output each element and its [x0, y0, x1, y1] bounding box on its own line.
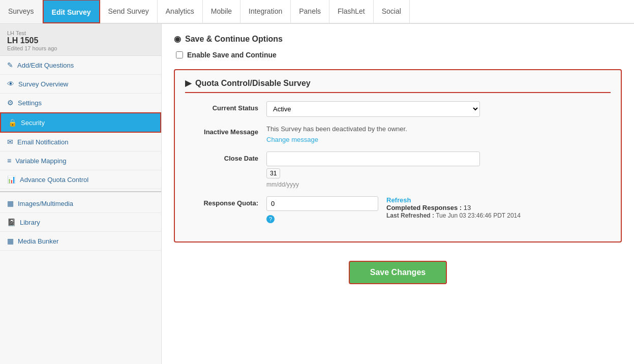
- lock-icon: 🔒: [8, 118, 17, 127]
- last-refreshed: Last Refreshed : Tue Jun 03 23:46:46 PDT…: [386, 212, 521, 219]
- eye-icon: 👁: [7, 80, 14, 88]
- survey-edited: Edited 17 hours ago: [7, 45, 154, 51]
- refresh-link[interactable]: Refresh: [386, 196, 411, 204]
- sidebar-divider: [0, 191, 161, 192]
- tab-analytics[interactable]: Analytics: [158, 0, 203, 23]
- save-continue-header: ◉ Save & Continue Options: [174, 34, 622, 44]
- library-icon: 📓: [7, 218, 16, 226]
- quota-box-title: Quota Control/Disable Survey: [195, 79, 311, 88]
- sidebar-label-email-notification: Email Notification: [17, 138, 68, 146]
- last-refreshed-value: Tue Jun 03 23:46:46 PDT 2014: [436, 212, 521, 219]
- quota-inner-row: ? Refresh Completed Responses : 13 La: [266, 196, 611, 223]
- chart-icon: 📊: [7, 175, 16, 184]
- quota-left: ?: [266, 196, 378, 223]
- tab-send-survey[interactable]: Send Survey: [100, 0, 158, 23]
- change-message-link[interactable]: Change message: [266, 136, 318, 143]
- close-date-label: Close Date: [185, 151, 266, 162]
- response-quota-label: Response Quota:: [185, 196, 266, 207]
- save-changes-button[interactable]: Save Changes: [349, 261, 447, 284]
- calendar-button[interactable]: 31: [266, 168, 280, 178]
- response-quota-control: ? Refresh Completed Responses : 13 La: [266, 196, 611, 223]
- current-status-label: Current Status: [185, 101, 266, 112]
- sidebar-header: LH Test LH 1505 Edited 17 hours ago: [0, 24, 161, 56]
- survey-sub-title: LH Test: [7, 30, 154, 36]
- tab-surveys[interactable]: Surveys: [0, 0, 43, 23]
- save-bar: Save Changes: [174, 253, 622, 288]
- tab-edit-survey[interactable]: Edit Survey: [43, 0, 100, 23]
- sidebar-item-email-notification[interactable]: ✉ Email Notification: [0, 133, 161, 151]
- arrow-right-icon: ▶: [185, 78, 191, 88]
- shield-icon: ◉: [174, 34, 181, 44]
- sidebar-label-security: Security: [21, 119, 45, 127]
- enable-save-continue-row: Enable Save and Continue: [174, 51, 622, 59]
- envelope-icon: ✉: [7, 138, 13, 146]
- response-quota-row: Response Quota: ? Refresh Completed R: [185, 196, 611, 223]
- inactive-message-label: Inactive Message: [185, 125, 266, 136]
- main-content: ◉ Save & Continue Options Enable Save an…: [162, 24, 634, 364]
- layout: LH Test LH 1505 Edited 17 hours ago ✎ Ad…: [0, 24, 634, 364]
- response-quota-input[interactable]: [266, 196, 378, 211]
- enable-save-continue-checkbox[interactable]: [176, 51, 183, 58]
- sidebar-item-survey-overview[interactable]: 👁 Survey Overview: [0, 75, 161, 94]
- sidebar-item-media-bunker[interactable]: ▦ Media Bunker: [0, 232, 161, 251]
- help-icon[interactable]: ?: [266, 215, 275, 223]
- sidebar: LH Test LH 1505 Edited 17 hours ago ✎ Ad…: [0, 24, 162, 364]
- survey-main-title: LH 1505: [7, 36, 154, 45]
- quota-box-header: ▶ Quota Control/Disable Survey: [185, 78, 611, 93]
- save-continue-title: Save & Continue Options: [185, 35, 283, 44]
- sidebar-item-add-edit-questions[interactable]: ✎ Add/Edit Questions: [0, 56, 161, 75]
- tab-social[interactable]: Social: [374, 0, 410, 23]
- sidebar-item-variable-mapping[interactable]: ≡ Variable Mapping: [0, 151, 161, 170]
- tab-integration[interactable]: Integration: [240, 0, 291, 23]
- completed-responses: Completed Responses : 13: [386, 204, 471, 211]
- sidebar-item-library[interactable]: 📓 Library: [0, 213, 161, 232]
- top-nav: Surveys Edit Survey Send Survey Analytic…: [0, 0, 634, 24]
- tab-mobile[interactable]: Mobile: [203, 0, 240, 23]
- current-status-select[interactable]: Active Inactive Disabled: [266, 101, 480, 117]
- tab-flashlet[interactable]: FlashLet: [329, 0, 374, 23]
- sidebar-label-media-bunker: Media Bunker: [18, 237, 58, 245]
- inactive-message-control: This Survey has been deactivated by the …: [266, 125, 611, 143]
- gear-icon: ⚙: [7, 99, 14, 107]
- list-icon: ≡: [7, 157, 11, 165]
- sidebar-label-variable-mapping: Variable Mapping: [15, 157, 66, 165]
- enable-save-continue-label: Enable Save and Continue: [187, 51, 277, 59]
- inactive-message-row: Inactive Message This Survey has been de…: [185, 125, 611, 143]
- sidebar-label-library: Library: [20, 219, 40, 226]
- images-icon: ▦: [7, 199, 14, 207]
- close-date-row: Close Date 31 mm/dd/yyyy: [185, 151, 611, 188]
- current-status-control: Active Inactive Disabled: [266, 101, 611, 117]
- media-bunker-icon: ▦: [7, 237, 14, 245]
- edit-icon: ✎: [7, 61, 13, 69]
- sidebar-item-security[interactable]: 🔒 Security: [0, 112, 161, 133]
- inactive-message-text: This Survey has been deactivated by the …: [266, 125, 611, 133]
- sidebar-label-advance-quota-control: Advance Quota Control: [20, 176, 88, 184]
- quota-control-box: ▶ Quota Control/Disable Survey Current S…: [174, 69, 622, 242]
- sidebar-item-advance-quota-control[interactable]: 📊 Advance Quota Control: [0, 170, 161, 189]
- sidebar-label-add-edit-questions: Add/Edit Questions: [17, 62, 74, 69]
- sidebar-label-survey-overview: Survey Overview: [18, 80, 68, 88]
- tab-panels[interactable]: Panels: [291, 0, 329, 23]
- completed-responses-count: 13: [464, 204, 471, 211]
- quota-right: Refresh Completed Responses : 13 Last Re…: [386, 196, 521, 219]
- sidebar-item-images-multimedia[interactable]: ▦ Images/Multimedia: [0, 194, 161, 213]
- close-date-input[interactable]: [266, 151, 480, 166]
- date-format-hint: mm/dd/yyyy: [266, 181, 299, 188]
- sidebar-label-images-multimedia: Images/Multimedia: [18, 200, 73, 207]
- current-status-row: Current Status Active Inactive Disabled: [185, 101, 611, 117]
- sidebar-item-settings[interactable]: ⚙ Settings: [0, 94, 161, 112]
- last-refreshed-label: Last Refreshed :: [386, 212, 434, 219]
- close-date-control: 31 mm/dd/yyyy: [266, 151, 611, 188]
- sidebar-label-settings: Settings: [18, 99, 42, 107]
- completed-responses-label: Completed Responses :: [386, 204, 462, 211]
